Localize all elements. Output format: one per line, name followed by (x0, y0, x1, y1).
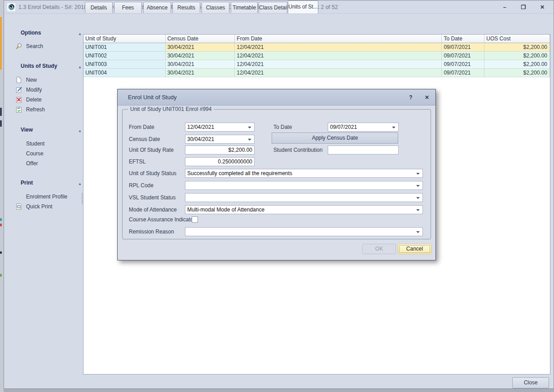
remission-reason-label: Remission Reason (129, 227, 174, 236)
sidebar-item-delete[interactable]: Delete (26, 96, 80, 104)
eftsl-input[interactable] (185, 157, 255, 166)
cell-unit[interactable]: UNIT001 (84, 43, 166, 52)
cell-to-date[interactable]: 09/07/2021 (442, 60, 484, 69)
tab-results[interactable]: Results (172, 2, 200, 13)
collapse-arrow-icon: ▲ (78, 31, 82, 38)
from-date-combobox[interactable]: 12/04/2021 (185, 123, 255, 132)
chevron-down-icon (416, 185, 420, 187)
cell-from-date[interactable]: 12/04/2021 (235, 69, 442, 77)
course-assurance-checkbox[interactable] (192, 216, 198, 223)
desktop-edge-segment (0, 251, 2, 254)
cell-uos-cost[interactable]: $2,200.00 (484, 52, 550, 60)
sidebar-item-quick-print[interactable]: Quick Print (26, 203, 80, 211)
chevron-down-icon (416, 231, 420, 233)
course-assurance-label: Course Assurance Indicator (129, 215, 195, 224)
close-dialog-icon[interactable]: ✕ (423, 93, 431, 101)
collapse-arrow-icon: ▲ (78, 128, 82, 135)
uos-rate-input[interactable] (185, 145, 255, 154)
to-date-combobox[interactable]: 09/07/2021 (328, 123, 399, 132)
cell-uos-cost[interactable]: $2,200.00 (484, 60, 550, 69)
sidebar-section-units-of-study[interactable]: Units of Study ▲ (21, 62, 79, 70)
sidebar-item-student[interactable]: Student (26, 140, 80, 148)
tab-class-details[interactable]: Class Details (259, 2, 287, 13)
cancel-button[interactable]: Cancel (398, 244, 431, 254)
cell-from-date[interactable]: 12/04/2021 (235, 52, 442, 60)
to-date-label: To Date (273, 123, 292, 132)
chevron-down-icon (416, 197, 420, 199)
sidebar-section-print[interactable]: Print ▲ (21, 179, 79, 186)
table-row-unit002[interactable]: UNIT002 30/04/2021 12/04/2021 09/07/2021… (84, 52, 550, 60)
tab-fees[interactable]: Fees (114, 2, 142, 13)
student-contribution-label: Student Contribution (273, 145, 322, 154)
enrol-details-window: 1.3 Enrol Details - S#: 2018187 FREDERIC… (4, 0, 554, 389)
rpl-code-combobox[interactable] (185, 181, 423, 190)
tab-timetable[interactable]: Timetable (231, 2, 258, 13)
close-button[interactable]: Close (512, 377, 549, 388)
uos-rate-field-wrap (185, 145, 255, 154)
student-contribution-input[interactable] (328, 145, 399, 154)
sidebar-section-options[interactable]: Options ▲ (21, 29, 79, 36)
student-contribution-field-wrap (328, 145, 399, 154)
desktop-edge-segment (0, 17, 2, 70)
cell-unit[interactable]: UNIT004 (84, 69, 166, 77)
cell-from-date[interactable]: 12/04/2021 (235, 60, 442, 69)
minimize-icon[interactable]: – (501, 4, 508, 10)
tab-units-of-study[interactable]: Units of St... (288, 0, 318, 13)
remission-reason-combobox[interactable] (185, 227, 423, 236)
mode-of-attendance-combobox[interactable]: Multi-modal Mode of Attendance (185, 205, 423, 214)
sidebar-item-course[interactable]: Course (26, 150, 80, 158)
dialog-titlebar[interactable]: Enrol Unit of Study (118, 89, 435, 106)
print-preview-icon (15, 203, 22, 210)
group-box-title: Unit of Study UNIT001 Enrol #994 (128, 106, 214, 112)
table-row-unit001-selected[interactable]: UNIT001 30/04/2021 12/04/2021 09/07/2021… (84, 43, 550, 52)
cell-uos-cost[interactable]: $2,200.00 (484, 43, 550, 52)
chevron-down-icon (248, 127, 251, 128)
cell-uos-cost[interactable]: $2,200.00 (484, 69, 550, 77)
sidebar-item-search[interactable]: Search (26, 42, 80, 50)
sidebar-section-view[interactable]: View ▲ (21, 126, 79, 133)
tab-classes[interactable]: Classes (202, 2, 229, 13)
edit-pencil-icon (15, 86, 22, 93)
desktop-edge-segment (0, 224, 2, 226)
desktop-edge-segment (0, 274, 2, 277)
column-header-census-date[interactable]: Census Date (166, 35, 235, 43)
ok-button[interactable]: OK (362, 244, 396, 254)
census-date-combobox[interactable]: 30/04/2021 (185, 135, 255, 144)
sidebar-item-modify[interactable]: Modify (26, 86, 80, 94)
table-header-row: Unit of Study Census Date From Date To D… (84, 35, 550, 43)
cell-unit[interactable]: UNIT003 (84, 60, 166, 69)
table-row-unit004[interactable]: UNIT004 30/04/2021 12/04/2021 09/07/2021… (84, 69, 550, 77)
sidebar-item-refresh[interactable]: Refresh (26, 106, 80, 114)
cell-census-date[interactable]: 30/04/2021 (166, 69, 235, 77)
tab-details[interactable]: Details (85, 2, 113, 13)
cell-census-date[interactable]: 30/04/2021 (166, 60, 235, 69)
table-row-unit003[interactable]: UNIT003 30/04/2021 12/04/2021 09/07/2021… (84, 60, 550, 69)
sidebar-item-new[interactable]: New (26, 76, 80, 84)
vsl-student-status-combobox[interactable] (185, 193, 423, 202)
collapse-arrow-icon: ▲ (78, 64, 82, 71)
maximize-icon[interactable]: ❐ (520, 4, 527, 10)
focus-rectangle (399, 245, 430, 253)
column-header-unit-of-study[interactable]: Unit of Study (84, 35, 166, 43)
help-icon[interactable]: ? (407, 93, 415, 101)
cell-unit[interactable]: UNIT002 (84, 52, 166, 60)
column-header-uos-cost[interactable]: UOS Cost (484, 35, 550, 43)
uos-status-combobox[interactable]: Successfully completed all the requireme… (185, 169, 423, 178)
close-window-icon[interactable]: ✕ (539, 4, 545, 10)
chevron-down-icon (248, 139, 251, 141)
apply-census-date-button[interactable]: Apply Census Date (272, 132, 398, 144)
column-header-to-date[interactable]: To Date (442, 35, 484, 43)
cell-to-date[interactable]: 09/07/2021 (442, 43, 484, 52)
chevron-down-icon (416, 209, 420, 211)
cell-census-date[interactable]: 30/04/2021 (166, 43, 235, 52)
tab-absence[interactable]: Absence (143, 2, 171, 13)
from-date-label: From Date (129, 123, 154, 132)
sidebar-item-enrolment-profile[interactable]: Enrolment Profile (26, 193, 80, 201)
column-header-from-date[interactable]: From Date (235, 35, 442, 43)
cell-from-date[interactable]: 12/04/2021 (235, 43, 442, 52)
cell-census-date[interactable]: 30/04/2021 (166, 52, 235, 60)
cell-to-date[interactable]: 09/07/2021 (442, 52, 484, 60)
census-date-label: Census Date (129, 135, 160, 144)
sidebar-item-offer[interactable]: Offer (26, 159, 80, 167)
cell-to-date[interactable]: 09/07/2021 (442, 69, 484, 77)
